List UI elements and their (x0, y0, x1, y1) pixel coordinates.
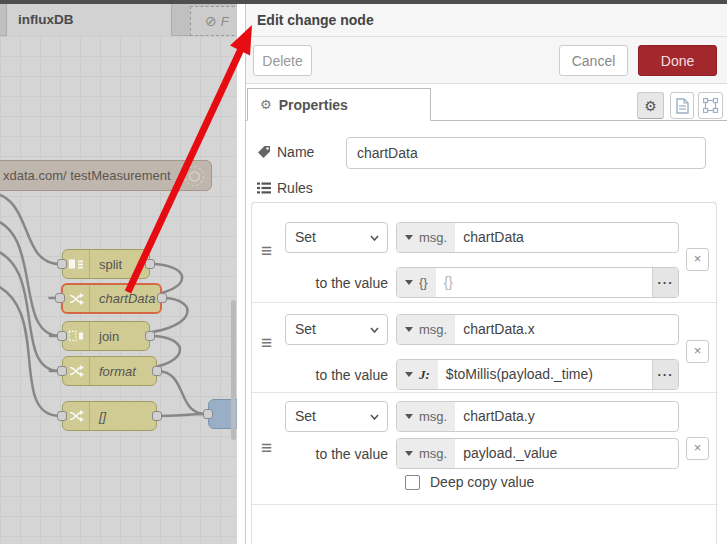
type-select[interactable]: msg. (397, 223, 455, 252)
delete-button[interactable]: Delete (253, 45, 312, 76)
remove-rule-button[interactable]: × (686, 248, 709, 271)
influxdb-badge-icon (184, 166, 204, 186)
input-value[interactable]: {} (436, 268, 652, 297)
node-chartdata-selected[interactable]: chartData (61, 283, 162, 314)
input-port[interactable] (203, 409, 213, 419)
type-select[interactable]: msg. (397, 439, 455, 468)
deep-copy-label: Deep copy value (430, 474, 534, 490)
output-port[interactable] (145, 259, 155, 269)
label-text: Name (277, 144, 314, 160)
canvas-scrollbar[interactable] (231, 300, 236, 440)
rule2-value-input[interactable]: J: $toMillis(payload._time) ··· (396, 359, 679, 390)
type-label: {} (419, 275, 428, 290)
input-value[interactable]: payload._value (455, 439, 678, 468)
node-format[interactable]: format (62, 356, 157, 386)
node-red-app: xdata.com/ testMeasurement split (0, 0, 727, 544)
name-input[interactable] (346, 137, 706, 169)
node-influxdb[interactable]: xdata.com/ testMeasurement (0, 160, 212, 191)
type-select[interactable]: msg. (397, 315, 455, 344)
split-icon (63, 250, 90, 278)
output-port[interactable] (157, 293, 167, 303)
output-port[interactable] (152, 411, 162, 421)
output-port[interactable] (145, 331, 155, 341)
done-button[interactable]: Done (638, 45, 717, 76)
type-label: msg. (419, 322, 447, 337)
wire[interactable] (0, 282, 60, 416)
wire[interactable] (157, 414, 206, 416)
to-value-label: to the value (285, 440, 388, 469)
label-text: Rules (277, 180, 313, 196)
wire[interactable] (0, 248, 60, 371)
wire[interactable] (157, 371, 206, 414)
input-port[interactable] (57, 331, 67, 341)
tab-influxdb[interactable]: influxDB (6, 4, 172, 36)
rule1-property-input[interactable]: msg. chartData (396, 222, 679, 253)
expand-editor-button[interactable]: ··· (652, 268, 678, 297)
input-port[interactable] (57, 411, 67, 421)
document-icon (676, 98, 689, 114)
dropdown-caret-icon (405, 451, 413, 456)
rule3-value-input[interactable]: msg. payload._value (396, 438, 679, 469)
rule1-value-input[interactable]: {} {} ··· (396, 267, 679, 298)
tab-label: influxDB (18, 12, 74, 27)
divider (252, 392, 718, 393)
node-array[interactable]: [] (62, 401, 157, 431)
dropdown-caret-icon (405, 327, 413, 332)
dropdown-caret-icon (405, 372, 413, 377)
node-split[interactable]: split (62, 249, 150, 279)
type-select[interactable]: J: (397, 360, 438, 389)
change-node-icon (63, 402, 90, 430)
output-port[interactable] (152, 366, 162, 376)
input-port[interactable] (57, 366, 67, 376)
deep-copy-checkbox[interactable] (405, 475, 420, 490)
rule3-action-select[interactable]: Set (285, 401, 388, 432)
description-view-button[interactable] (670, 92, 694, 119)
tab-properties[interactable]: ⚙ Properties (247, 88, 431, 121)
appearance-view-button[interactable] (698, 92, 723, 119)
node-label: format (90, 357, 156, 385)
properties-view-button[interactable]: ⚙ (637, 92, 664, 119)
input-value[interactable]: chartData.x (455, 315, 678, 344)
rule1-action-select[interactable]: Set (285, 222, 388, 253)
input-value[interactable]: chartData (455, 223, 678, 252)
tab-disabled-flow[interactable]: ⊘F (190, 6, 237, 36)
input-port[interactable] (55, 293, 65, 303)
rule2-action-select[interactable]: Set (285, 314, 388, 345)
cancel-button[interactable]: Cancel (559, 45, 628, 76)
remove-rule-button[interactable]: × (686, 340, 709, 363)
input-value[interactable]: $toMillis(payload._time) (438, 360, 652, 389)
node-join[interactable]: join (62, 321, 150, 351)
remove-rule-button[interactable]: × (686, 437, 709, 460)
expand-editor-button[interactable]: ··· (652, 360, 678, 389)
tag-icon (257, 145, 271, 159)
select-value: Set (295, 321, 316, 337)
drag-handle-icon[interactable]: ≡ (261, 441, 272, 455)
chevron-down-icon (370, 414, 379, 420)
dialog-title: Edit change node (257, 12, 374, 28)
tab-label: Properties (279, 97, 348, 113)
dropdown-caret-icon (405, 235, 413, 240)
select-value: Set (295, 408, 316, 424)
type-select[interactable]: msg. (397, 402, 455, 431)
rule3-property-input[interactable]: msg. chartData.y (396, 401, 679, 432)
workspace-tabbar: influxDB ⊘F (0, 4, 237, 36)
list-icon (257, 182, 271, 194)
flow-workspace: xdata.com/ testMeasurement split (0, 0, 237, 544)
tab-label: F (221, 14, 229, 29)
type-select[interactable]: {} (397, 268, 436, 297)
drag-handle-icon[interactable]: ≡ (261, 244, 272, 258)
drag-handle-icon[interactable]: ≡ (261, 336, 272, 350)
rule2-property-input[interactable]: msg. chartData.x (396, 314, 679, 345)
input-port[interactable] (57, 259, 67, 269)
gear-icon: ⚙ (260, 97, 272, 112)
dropdown-caret-icon (405, 414, 413, 419)
window-top-edge (0, 0, 727, 4)
input-value[interactable]: chartData.y (455, 402, 678, 431)
chevron-down-icon (370, 327, 379, 333)
node-label: [] (90, 402, 156, 430)
node-label: chartData (90, 285, 160, 312)
to-value-label: to the value (285, 269, 388, 298)
divider (252, 504, 718, 505)
divider (252, 302, 718, 303)
edit-dialog: Edit change node Delete Cancel Done ⚙ Pr… (245, 4, 727, 544)
